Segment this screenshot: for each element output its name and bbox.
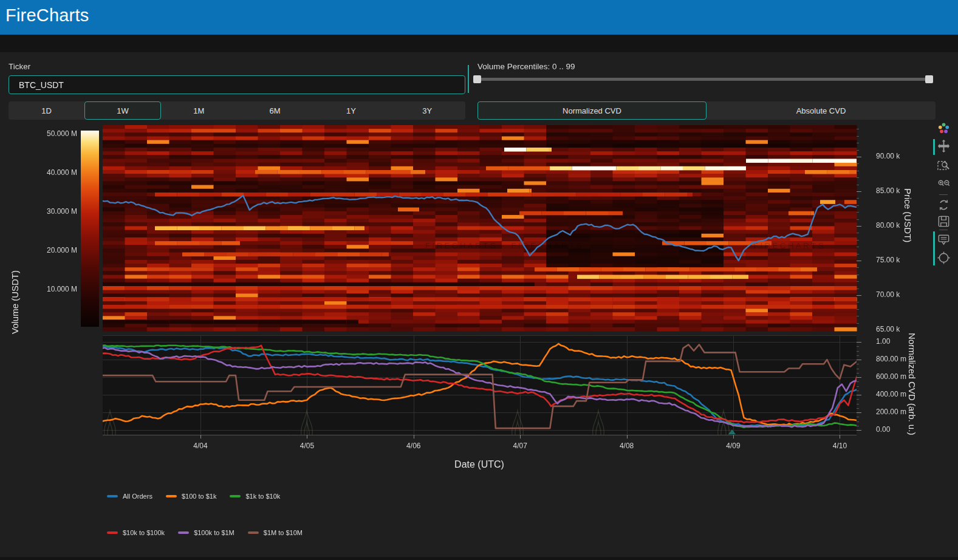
colorbar-tick-label: 20.000 M (0, 246, 77, 254)
legend-row-2: $10k to $100k$100k to $1M$1M to $10M (107, 529, 303, 536)
legend-item--100-to-1k[interactable]: $100 to $1k (166, 493, 217, 500)
time-range-button-group: 1D1W1M6M1Y3Y (9, 101, 465, 120)
price-tick-label: 70.00 k (876, 290, 900, 299)
legend-swatch (107, 495, 118, 497)
date-tick-label: 4/10 (833, 442, 847, 450)
price-tick-label: 90.00 k (876, 152, 900, 160)
colorbar-tick-label: 40.000 M (0, 168, 77, 177)
legend-swatch (230, 495, 241, 497)
app-header: FireCharts (0, 0, 958, 35)
price-tick-label: 75.00 k (876, 256, 900, 264)
legend-label: $10k to $100k (123, 529, 165, 536)
legend-swatch (166, 495, 177, 497)
legend-label: $1k to $10k (245, 493, 280, 500)
time-range-button-1m[interactable]: 1M (161, 101, 237, 120)
ticker-label: Ticker (9, 62, 30, 71)
volume-colorbar (81, 131, 99, 327)
legend-item-all-orders[interactable]: All Orders (107, 493, 152, 500)
footer-strip (0, 557, 958, 560)
active-hover-indicator (933, 231, 935, 265)
time-range-button-1w[interactable]: 1W (84, 101, 160, 120)
colorbar-tick-label: 50.000 M (0, 129, 77, 138)
date-tick-label: 4/08 (620, 442, 634, 450)
zoom-in-out-icon[interactable] (937, 177, 951, 191)
price-tick-label: 65.00 k (876, 325, 900, 333)
cvd-tick-label: 800.00 m (876, 355, 906, 363)
volume-percentiles-label: Volume Percentiles: 0 .. 99 (477, 62, 575, 71)
legend-label: $100 to $1k (182, 493, 217, 500)
date-tick-label: 4/09 (726, 442, 740, 450)
colorbar-tick-label: 30.000 M (0, 207, 77, 216)
panel-divider-accent (468, 65, 469, 93)
reset-axes-icon[interactable] (937, 198, 951, 212)
modebar-separator (939, 194, 948, 195)
header-substrip (0, 35, 958, 52)
date-tick-label: 4/07 (513, 442, 527, 450)
hover-tooltip-icon[interactable] (937, 233, 951, 247)
time-range-button-3y[interactable]: 3Y (389, 101, 465, 120)
pan-icon[interactable] (937, 139, 951, 153)
cvd-tick-label: 400.00 m (876, 390, 906, 398)
legend-swatch (107, 531, 118, 534)
legend-label: All Orders (123, 493, 152, 500)
price-tick-label: 80.00 k (876, 221, 900, 230)
firecharts-app: FireCharts Ticker 1D1W1M6M1Y3Y Volume Pe… (0, 0, 958, 560)
date-axis-title: Date (UTC) (454, 459, 504, 470)
volume-percentile-slider-handle-high[interactable] (925, 75, 933, 83)
modebar-separator (939, 230, 948, 230)
box-zoom-icon[interactable] (937, 159, 951, 172)
time-range-button-1y[interactable]: 1Y (313, 101, 389, 120)
app-title: FireCharts (5, 5, 89, 26)
legend-item--1k-to-10k[interactable]: $1k to $10k (230, 493, 280, 500)
date-tick-label: 4/05 (300, 442, 314, 450)
legend-swatch (178, 531, 189, 534)
active-drag-indicator (933, 139, 935, 155)
cvd-mode-button-group: Normalized CVDAbsolute CVD (477, 101, 936, 120)
save-image-icon[interactable] (937, 214, 951, 228)
date-tick-label: 4/04 (193, 442, 207, 450)
time-range-button-6m[interactable]: 6M (237, 101, 313, 120)
legend-row-1: All Orders$100 to $1k$1k to $10k (107, 493, 280, 500)
legend-label: $1M to $10M (264, 529, 303, 536)
cvd-button-absolute-cvd[interactable]: Absolute CVD (707, 101, 936, 120)
legend-item--10k-to-100k[interactable]: $10k to $100k (107, 529, 165, 536)
legend-item--1m-to-10m[interactable]: $1M to $10M (248, 529, 303, 536)
legend-item--100k-to-1m[interactable]: $100k to $1M (178, 529, 234, 536)
cvd-tick-label: 0.00 (876, 425, 890, 434)
cvd-button-normalized-cvd[interactable]: Normalized CVD (477, 101, 707, 120)
cvd-tick-label: 600.00 m (876, 372, 906, 381)
toggle-spikelines-icon[interactable] (937, 251, 951, 265)
ticker-input[interactable] (9, 75, 465, 94)
cvd-axis-title: Normalized CVD (arb. u.) (907, 333, 917, 445)
plotly-logo-icon[interactable] (937, 121, 951, 135)
price-tick-label: 85.00 k (876, 186, 900, 195)
volume-percentile-slider-track[interactable] (477, 78, 933, 81)
time-range-button-1d[interactable]: 1D (9, 101, 84, 120)
legend-label: $100k to $1M (194, 529, 234, 536)
colorbar-axis-title: Volume (USDT) (10, 261, 20, 334)
cvd-tick-label: 1.00 (876, 337, 890, 346)
cvd-tick-label: 200.00 m (876, 408, 906, 416)
date-tick-label: 4/06 (406, 442, 420, 450)
legend-swatch (248, 531, 259, 534)
price-axis-title: Price (USDT) (903, 188, 913, 267)
volume-percentile-slider-handle-low[interactable] (473, 75, 481, 83)
